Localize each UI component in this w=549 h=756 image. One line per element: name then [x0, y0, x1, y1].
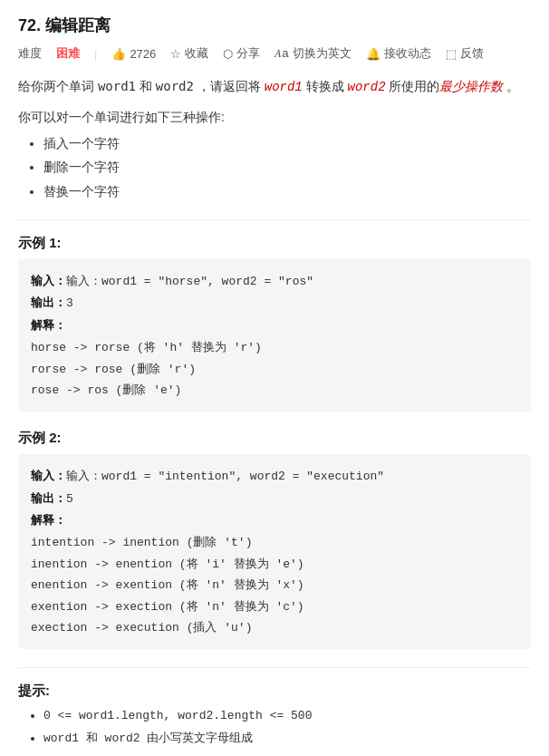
example-1-section: 示例 1: 输入：输入：word1 = "horse", word2 = "ro…	[18, 235, 531, 412]
difficulty-label: 难度	[18, 45, 42, 62]
explain-2-line-2: enention -> exention (将 'n' 替换为 'x')	[31, 575, 518, 596]
divider-1	[18, 219, 531, 220]
example-2-input: 输入：输入：word1 = "intention", word2 = "exec…	[31, 465, 518, 487]
main-page: 72. 编辑距离 难度 困难 | 👍 2726 ☆ 收藏 ⬡ 分享 𝐴a 切换为…	[0, 0, 549, 756]
op-replace: 替换一个字符	[43, 181, 531, 201]
ops-intro: 你可以对一个单词进行如下三种操作:	[18, 110, 531, 126]
op-delete: 删除一个字符	[43, 157, 531, 177]
explain-2-line-1: inention -> enention (将 'i' 替换为 'e')	[31, 554, 518, 575]
explain-2-line-0: intention -> inention (删除 't')	[31, 532, 518, 553]
explain-2-line-4: exection -> execution (插入 'u')	[31, 617, 518, 638]
likes-item[interactable]: 👍 2726	[111, 47, 156, 61]
example-2-title: 示例 2:	[18, 430, 531, 447]
example-1-input: 输入：输入：word1 = "horse", word2 = "ros"	[31, 270, 518, 292]
notifications-item[interactable]: 🔔 接收动态	[366, 45, 431, 62]
feedback-icon: ⬚	[446, 47, 457, 61]
bell-icon: 🔔	[366, 47, 380, 61]
star-icon: ☆	[170, 47, 181, 61]
example-2-input-value: 输入：word1 = "intention", word2 = "executi…	[66, 470, 384, 483]
share-icon: ⬡	[223, 47, 233, 61]
switch-lang-item[interactable]: 𝐴a 切换为英文	[274, 45, 351, 62]
example-2-explain: intention -> inention (删除 't') inention …	[31, 532, 518, 638]
description-text: 给你两个单词 word1 和 word2 ，请返回将 word1 转换成 wor…	[18, 76, 531, 99]
example-1-output-value: 3	[66, 296, 73, 310]
likes-count: 2726	[130, 47, 156, 61]
example-1-explain-label: 解释：	[31, 315, 518, 335]
op-insert: 插入一个字符	[43, 133, 531, 153]
hints-list: 0 <= word1.length, word2.length <= 500 w…	[43, 707, 531, 749]
explain-2-line-3: exention -> exection (将 'n' 替换为 'c')	[31, 596, 518, 617]
meta-row: 难度 困难 | 👍 2726 ☆ 收藏 ⬡ 分享 𝐴a 切换为英文 🔔 接收动态…	[18, 45, 531, 62]
explain-1-line-2: rose -> ros (删除 'e')	[31, 380, 518, 401]
problem-title: 72. 编辑距离	[18, 15, 531, 36]
collect-label: 收藏	[185, 45, 208, 62]
example-1-block: 输入：输入：word1 = "horse", word2 = "ros" 输出：…	[18, 259, 531, 412]
hint-0: 0 <= word1.length, word2.length <= 500	[43, 707, 531, 726]
collect-item[interactable]: ☆ 收藏	[170, 45, 208, 62]
switch-lang-label: 切换为英文	[293, 45, 352, 62]
hint-1: word1 和 word2 由小写英文字母组成	[43, 730, 531, 749]
example-2-output: 输出：5	[31, 488, 518, 509]
example-2-block: 输入：输入：word1 = "intention", word2 = "exec…	[18, 454, 531, 649]
share-label: 分享	[236, 45, 260, 62]
explain-1-line-1: rorse -> rose (删除 'r')	[31, 359, 518, 380]
sep1: |	[94, 47, 97, 61]
thumbup-icon: 👍	[111, 47, 126, 61]
example-2-section: 示例 2: 输入：输入：word1 = "intention", word2 =…	[18, 430, 531, 649]
hints-section: 提示: 0 <= word1.length, word2.length <= 5…	[18, 683, 531, 749]
translate-icon: 𝐴a	[274, 46, 288, 61]
example-2-output-value: 5	[66, 492, 73, 506]
operations-list: 插入一个字符 删除一个字符 替换一个字符	[43, 133, 531, 201]
example-1-title: 示例 1:	[18, 235, 531, 252]
example-2-explain-label: 解释：	[31, 509, 518, 530]
feedback-label: 反馈	[460, 45, 484, 62]
notifications-label: 接收动态	[384, 45, 431, 62]
explain-1-line-0: horse -> rorse (将 'h' 替换为 'r')	[31, 337, 518, 358]
hints-title: 提示:	[18, 683, 531, 700]
divider-2	[18, 667, 531, 668]
example-1-input-value: 输入：word1 = "horse", word2 = "ros"	[66, 275, 313, 288]
example-1-explain: horse -> rorse (将 'h' 替换为 'r') rorse -> …	[31, 337, 518, 401]
example-1-output: 输出：3	[31, 292, 518, 314]
feedback-item[interactable]: ⬚ 反馈	[446, 45, 484, 62]
difficulty-value: 困难	[56, 45, 80, 62]
share-item[interactable]: ⬡ 分享	[223, 45, 260, 62]
